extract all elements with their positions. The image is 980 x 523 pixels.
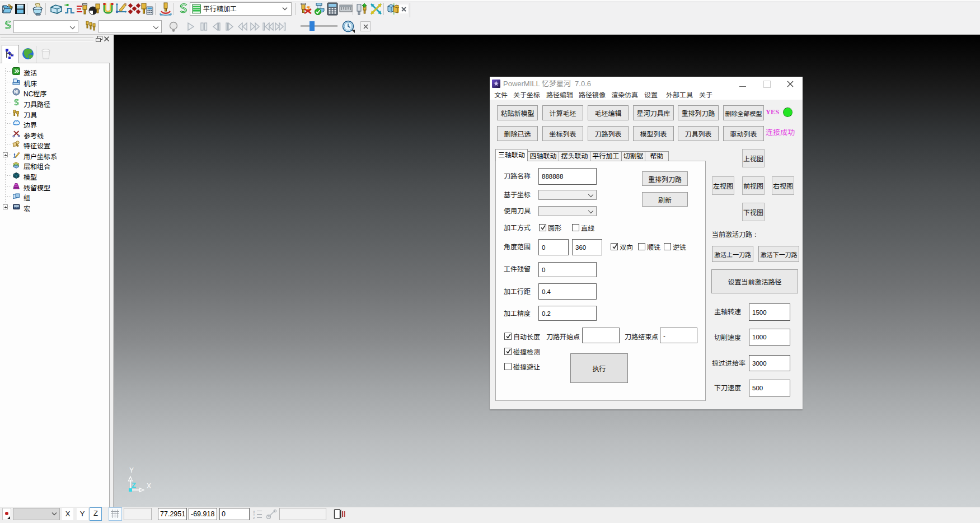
svg-text:Z: Z [253, 516, 255, 520]
svg-text:Z: Z [132, 481, 136, 489]
svg-text:Y: Y [129, 466, 134, 474]
svg-text:X: X [147, 482, 151, 490]
